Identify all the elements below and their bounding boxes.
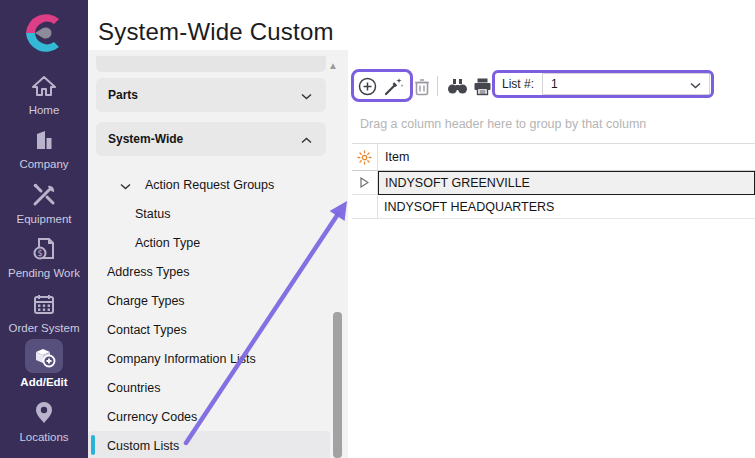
category-item-company-information-lists[interactable]: Company Information Lists — [88, 344, 348, 373]
magic-wand-icon — [382, 75, 404, 97]
sidebar-item-label: Add/Edit — [20, 376, 67, 389]
home-icon — [31, 71, 57, 101]
category-item-contact-types[interactable]: Contact Types — [88, 315, 348, 344]
sidebar-item-add-edit[interactable]: Add/Edit — [0, 335, 88, 390]
accordion-group-parts[interactable]: Parts — [96, 78, 326, 112]
active-item-tile — [25, 339, 63, 373]
list-number-label: List #: — [496, 77, 542, 91]
map-pin-icon — [33, 398, 55, 428]
new-row-sun-icon — [357, 150, 372, 165]
sidebar-item-company[interactable]: Company — [0, 117, 88, 172]
grid-header-row: Item — [352, 143, 755, 171]
tools-icon — [31, 180, 57, 210]
box-add-icon — [32, 341, 56, 371]
chevron-up-icon — [301, 130, 312, 148]
selected-item-accent-bar — [91, 435, 95, 455]
category-item-label: Action Request Groups — [145, 178, 274, 192]
category-item-countries[interactable]: Countries — [88, 373, 348, 402]
accordion-group-label: System-Wide — [108, 132, 183, 146]
svg-text:$: $ — [37, 249, 42, 258]
sidebar-item-home[interactable]: Home — [0, 62, 88, 117]
panel-scrollbar-thumb[interactable] — [333, 312, 342, 458]
grid-cell-item[interactable]: INDYSOFT HEADQUARTERS — [378, 195, 755, 219]
category-item-label: Company Information Lists — [107, 352, 256, 366]
list-number-dropdown[interactable]: 1 — [542, 73, 710, 95]
category-item-charge-types[interactable]: Charge Types — [88, 286, 348, 315]
add-circle-icon — [357, 76, 378, 97]
category-item-label: Address Types — [107, 265, 189, 279]
category-item-status[interactable]: Status — [88, 199, 348, 228]
printer-icon — [472, 76, 493, 97]
list-number-field: List #: 1 — [496, 73, 710, 95]
sidebar: Home Company Equipment — [0, 0, 88, 458]
category-item-address-types[interactable]: Address Types — [88, 257, 348, 286]
app-window: Home Company Equipment — [0, 0, 755, 458]
sidebar-item-label: Locations — [19, 431, 68, 444]
magic-wand-button[interactable] — [381, 74, 405, 98]
sidebar-item-label: Pending Work — [8, 267, 80, 280]
sidebar-item-equipment[interactable]: Equipment — [0, 171, 88, 226]
category-item-custom-lists[interactable]: Custom Lists — [88, 431, 330, 458]
page-title: System-Wide Custom — [98, 18, 334, 46]
table-row[interactable]: INDYSOFT GREENVILLE — [352, 171, 755, 195]
category-item-currency-codes[interactable]: Currency Codes — [88, 402, 348, 431]
sidebar-item-label: Order System — [9, 322, 80, 335]
category-item-label: Action Type — [135, 236, 200, 250]
new-row-indicator-cell — [352, 144, 378, 170]
list-number-value: 1 — [551, 77, 558, 91]
sidebar-item-order-system[interactable]: Order System — [0, 280, 88, 335]
sidebar-item-pending-work[interactable]: $ Pending Work — [0, 226, 88, 281]
category-item-action-type[interactable]: Action Type — [88, 228, 348, 257]
chevron-down-icon — [301, 86, 312, 104]
table-row[interactable]: INDYSOFT HEADQUARTERS — [352, 195, 755, 219]
category-item-label: Contact Types — [107, 323, 187, 337]
category-list: Action Request Groups Status Action Type… — [88, 170, 348, 458]
expander-chevron-down-icon[interactable] — [120, 176, 131, 194]
row-focus-arrow-icon — [360, 177, 369, 188]
find-button[interactable] — [445, 74, 469, 98]
calendar-icon — [32, 289, 56, 319]
category-item-label: Status — [135, 207, 170, 221]
category-item-action-request-groups[interactable]: Action Request Groups — [88, 170, 348, 199]
category-item-label: Countries — [107, 381, 161, 395]
group-by-hint: Drag a column header here to group by th… — [360, 117, 646, 131]
scroll-up-arrow-icon[interactable]: ▲ — [328, 61, 338, 71]
category-item-label: Custom Lists — [107, 439, 179, 453]
sidebar-item-locations[interactable]: Locations — [0, 389, 88, 444]
category-item-label: Charge Types — [107, 294, 185, 308]
row-indicator-cell — [352, 195, 378, 219]
sidebar-item-label: Equipment — [17, 213, 72, 226]
category-panel: ▲ Parts System-Wide Action Request Group… — [88, 50, 348, 458]
add-button[interactable] — [355, 74, 379, 98]
indysoft-logo-icon — [0, 10, 88, 56]
sidebar-nav: Home Company Equipment — [0, 62, 88, 444]
invoice-icon: $ — [31, 234, 57, 264]
toolbar-separator — [437, 76, 438, 96]
clipped-group-header — [96, 56, 326, 72]
column-header-item[interactable]: Item — [378, 144, 755, 170]
accordion-group-system-wide[interactable]: System-Wide — [96, 122, 326, 156]
sidebar-item-label: Company — [19, 158, 68, 171]
trash-icon — [412, 76, 432, 97]
delete-button[interactable] — [410, 74, 434, 98]
sidebar-item-label: Home — [29, 104, 60, 117]
accordion-group-label: Parts — [108, 88, 138, 102]
custom-lists-grid: Item INDYSOFT GREENVILLE INDYSOFT HEADQU… — [352, 143, 755, 219]
building-icon — [32, 125, 56, 155]
chevron-down-icon — [690, 75, 701, 93]
grid-cell-item[interactable]: INDYSOFT GREENVILLE — [378, 171, 755, 195]
binoculars-icon — [446, 76, 469, 96]
category-item-label: Currency Codes — [107, 410, 197, 424]
print-button[interactable] — [470, 74, 494, 98]
row-indicator-cell — [352, 171, 378, 195]
